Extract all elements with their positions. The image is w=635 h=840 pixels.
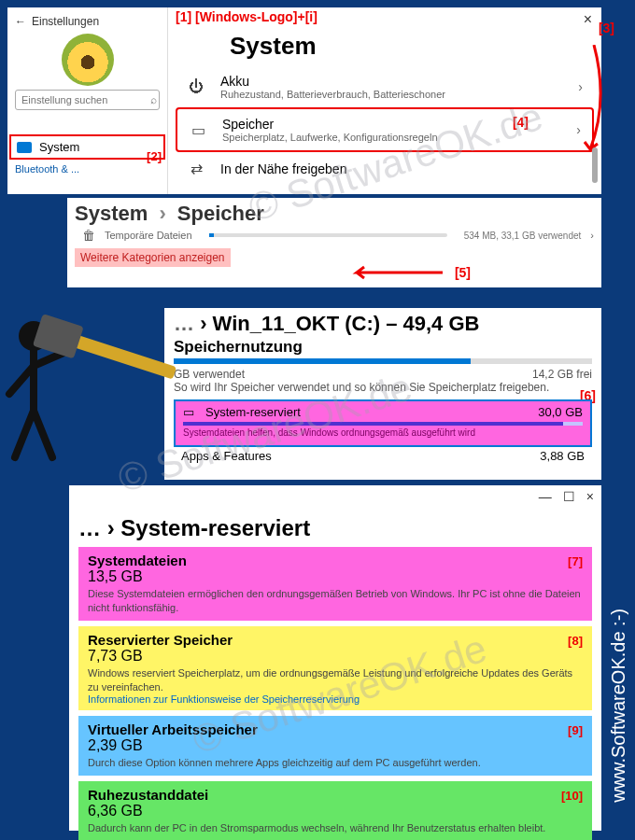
reserved-storage-info-link[interactable]: Informationen zur Funktionsweise der Spe… <box>88 693 583 705</box>
annotation-8: [8] <box>568 634 583 648</box>
settings-row-nearby[interactable]: ⇄ In der Nähe freigeben <box>176 152 594 185</box>
annotation-4: [4] <box>513 115 529 130</box>
annotation-9: [9] <box>568 723 583 737</box>
breadcrumb: … › System-reserviert <box>78 515 592 541</box>
search-icon: ⌕ <box>150 93 157 106</box>
usage-heading: Speichernutzung <box>174 338 592 357</box>
chevron-right-icon: › <box>200 312 212 335</box>
breadcrumb-overflow[interactable]: … <box>174 312 194 335</box>
speicher-title: Speicher <box>222 117 438 132</box>
close-button[interactable]: × <box>586 489 594 504</box>
annotation-5: [5] <box>455 265 471 280</box>
svg-point-0 <box>19 321 49 351</box>
page-title: System <box>230 32 594 61</box>
nav-item-system[interactable]: System <box>9 134 165 160</box>
card-system-files: [7] Systemdateien 13,5 GB Diese Systemda… <box>78 547 592 621</box>
card-title: Virtueller Arbeitsspeicher <box>88 721 583 737</box>
back-icon: ← <box>15 15 26 28</box>
back-label: Einstellungen <box>32 15 99 28</box>
annotation-arrow-5 <box>349 265 443 280</box>
chevron-right-icon: › <box>576 122 581 137</box>
speicher-subtitle: Speicherplatz, Laufwerke, Konfigurations… <box>222 132 438 143</box>
chevron-right-icon: › <box>159 202 165 225</box>
sysres-title: System-reserviert <box>205 405 301 419</box>
nearby-title: In der Nähe freigeben <box>220 161 346 176</box>
card-desc: Dadurch kann der PC in den Stromsparmodu… <box>88 821 583 835</box>
page-title: System-reserviert <box>120 515 310 540</box>
card-size: 13,5 GB <box>88 568 583 585</box>
pc-icon <box>17 142 32 153</box>
drive-icon: ▭ <box>183 405 200 419</box>
user-avatar[interactable] <box>62 34 114 86</box>
free-label: 14,2 GB frei <box>532 368 592 381</box>
trash-icon: 🗑 <box>82 228 95 243</box>
nav-system-label: System <box>39 140 79 154</box>
card-title: Systemdateien <box>88 553 583 568</box>
used-label: GB verwendet <box>174 368 245 381</box>
stick-figure-with-hammer-icon <box>0 308 183 476</box>
storage-icon: ▭ <box>187 121 209 139</box>
nav-item-bluetooth[interactable]: Bluetooth & ... <box>9 160 165 178</box>
share-icon: ⇄ <box>185 160 207 177</box>
drive-title: Win_11_OKT (C:) – 49,4 GB <box>213 312 480 335</box>
akku-title: Akku <box>220 74 445 89</box>
maximize-button[interactable]: ☐ <box>563 489 575 504</box>
temp-usage-bar <box>209 233 447 237</box>
back-row[interactable]: ← Einstellungen <box>9 11 165 32</box>
crumb-speicher: Speicher <box>177 202 264 225</box>
sysres-bar <box>183 422 583 426</box>
usage-description: So wird Ihr Speicher verwendet und so kö… <box>174 381 592 396</box>
chevron-right-icon: › <box>107 515 121 540</box>
search-box[interactable]: ⌕ <box>15 90 160 110</box>
temp-files-row[interactable]: 🗑 Temporäre Dateien 534 MB, 33,1 GB verw… <box>82 228 594 243</box>
card-title: Reservierter Speicher <box>88 632 583 648</box>
close-button[interactable]: × <box>584 11 592 28</box>
annotation-2: [2] <box>147 149 162 163</box>
card-size: 6,36 GB <box>88 803 583 819</box>
card-desc: Durch diese Option können mehrere Apps g… <box>88 756 583 770</box>
annotation-3: [3] <box>599 21 614 35</box>
annotation-1: [1] [Windows-Logo]+[i] <box>176 9 318 24</box>
category-system-reserved[interactable]: ▭System-reserviert 30,0 GB Systemdateien… <box>174 399 592 447</box>
svg-rect-2 <box>33 314 84 358</box>
sysres-size: 30,0 GB <box>538 405 583 419</box>
sysres-subtitle: Systemdateien helfen, dass Windows ordnu… <box>183 427 583 438</box>
akku-subtitle: Ruhezustand, Batterieverbrauch, Batterie… <box>220 89 445 100</box>
card-size: 7,73 GB <box>88 648 583 665</box>
system-reserved-page: — ☐ × … › System-reserviert [7] Systemda… <box>69 485 601 831</box>
apps-title: Apps & Features <box>181 449 272 463</box>
category-apps[interactable]: Apps & Features 3,88 GB <box>174 449 592 463</box>
system-page: [1] [Windows-Logo]+[i] × [3] System ⏻ Ak… <box>168 7 601 194</box>
temp-files-used: 534 MB, 33,1 GB verwendet <box>464 231 582 241</box>
card-title: Ruhezustanddatei <box>88 787 583 803</box>
annotation-10: [10] <box>561 789 583 803</box>
minimize-button[interactable]: — <box>539 489 552 504</box>
crumb-system[interactable]: System <box>75 202 148 225</box>
breadcrumb: System › Speicher <box>75 202 594 226</box>
drive-usage-page: … › Win_11_OKT (C:) – 49,4 GB Speichernu… <box>164 308 601 480</box>
card-virtual-memory: [9] Virtueller Arbeitsspeicher 2,39 GB D… <box>78 716 592 776</box>
card-size: 2,39 GB <box>88 737 583 754</box>
breadcrumb: … › Win_11_OKT (C:) – 49,4 GB <box>174 312 592 336</box>
settings-row-akku[interactable]: ⏻ Akku Ruhezustand, Batterieverbrauch, B… <box>176 66 594 107</box>
chevron-right-icon: › <box>590 230 594 241</box>
settings-row-speicher[interactable]: ▭ Speicher Speicherplatz, Laufwerke, Kon… <box>176 107 594 152</box>
drive-usage-bar <box>174 358 592 364</box>
storage-page: System › Speicher 🗑 Temporäre Dateien 53… <box>67 198 601 287</box>
card-hibernation-file: [10] Ruhezustanddatei 6,36 GB Dadurch ka… <box>78 781 592 840</box>
card-desc: Windows reserviert Speicherplatz, um die… <box>88 666 583 694</box>
temp-files-label: Temporäre Dateien <box>105 230 192 241</box>
search-input[interactable] <box>21 94 150 105</box>
annotation-7: [7] <box>568 554 583 568</box>
breadcrumb-overflow[interactable]: … <box>78 515 101 540</box>
svg-rect-1 <box>49 327 176 380</box>
card-desc: Diese Systemdateien ermöglichen den ordn… <box>88 587 583 615</box>
apps-size: 3,88 GB <box>540 449 585 463</box>
scrollbar-thumb[interactable] <box>592 147 598 183</box>
settings-sidebar: ← Einstellungen ⌕ [2] System Bluetooth &… <box>7 7 168 194</box>
show-more-categories-link[interactable]: Weitere Kategorien anzeigen <box>75 248 231 267</box>
card-reserved-storage: [8] Reservierter Speicher 7,73 GB Window… <box>78 626 592 711</box>
chevron-right-icon: › <box>578 79 583 94</box>
source-url: www.SoftwareOK.de :-) <box>608 609 629 803</box>
power-icon: ⏻ <box>185 78 207 95</box>
